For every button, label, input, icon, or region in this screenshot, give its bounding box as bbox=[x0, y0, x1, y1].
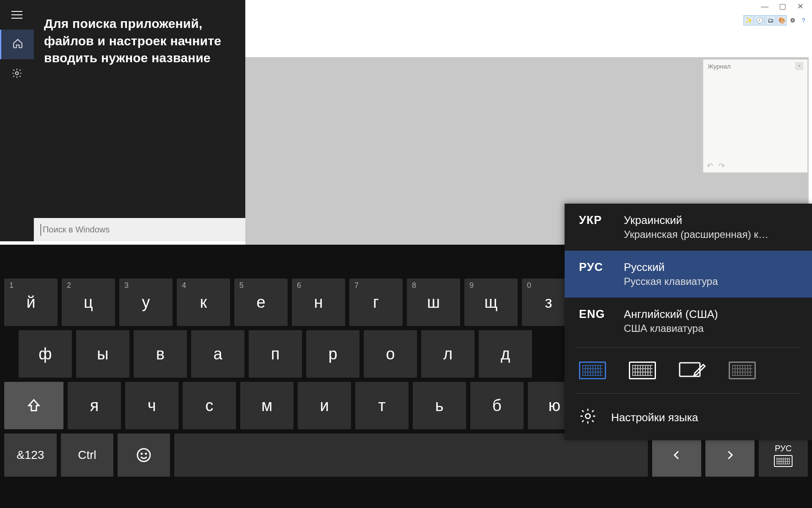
language-abbr: УКР bbox=[579, 214, 609, 227]
key-ч[interactable]: ч bbox=[125, 382, 178, 429]
key-р[interactable]: р bbox=[306, 330, 359, 378]
tool-settings-icon[interactable]: ⚙ bbox=[787, 15, 798, 25]
language-abbr: РУС bbox=[579, 261, 609, 274]
keyboard-layout-default-icon[interactable] bbox=[579, 362, 606, 379]
key-ш[interactable]: 8ш bbox=[407, 279, 460, 326]
key-в[interactable]: в bbox=[134, 330, 187, 378]
key-п[interactable]: п bbox=[249, 330, 302, 378]
maximize-button[interactable]: ▢ bbox=[778, 2, 787, 11]
svg-point-4 bbox=[141, 453, 142, 454]
gear-icon bbox=[579, 407, 597, 428]
key-м[interactable]: м bbox=[240, 382, 294, 429]
window-titlebar: — ▢ ✕ bbox=[760, 0, 812, 13]
keyboard-layout-docked-icon[interactable] bbox=[729, 362, 756, 379]
key-ы[interactable]: ы bbox=[76, 330, 129, 378]
language-picker-popup: УКРУкраинскийУкраинская (расширенная) к…… bbox=[565, 204, 812, 440]
key-т[interactable]: т bbox=[355, 382, 409, 429]
start-sidebar bbox=[0, 0, 34, 241]
key-б[interactable]: б bbox=[470, 382, 524, 429]
language-settings-item[interactable]: Настройки языка bbox=[565, 396, 812, 440]
emoji-key[interactable] bbox=[118, 433, 170, 477]
search-hint-text: Для поиска приложений, файлов и настроек… bbox=[34, 0, 245, 67]
key-н[interactable]: 6н bbox=[292, 279, 345, 326]
key-ь[interactable]: ь bbox=[413, 382, 466, 429]
settings-button[interactable] bbox=[0, 59, 34, 89]
svg-point-0 bbox=[16, 72, 19, 75]
language-switch-label: РУС bbox=[775, 444, 792, 453]
tool-layers-icon[interactable]: 🗂 bbox=[765, 15, 776, 25]
svg-point-2 bbox=[585, 414, 590, 418]
close-button[interactable]: ✕ bbox=[796, 2, 804, 11]
tool-colorwheel-icon[interactable]: 🎨 bbox=[776, 15, 787, 25]
home-icon bbox=[12, 38, 23, 51]
keyboard-layout-options bbox=[565, 350, 812, 391]
start-search-panel: Для поиска приложений, файлов и настроек… bbox=[0, 0, 245, 241]
history-panel-close-icon[interactable]: × bbox=[796, 62, 803, 70]
tool-magic-wand-icon[interactable]: ✨ bbox=[743, 15, 754, 25]
keyboard-layout-split-icon[interactable] bbox=[629, 362, 656, 379]
key-я[interactable]: я bbox=[68, 382, 121, 429]
key-ф[interactable]: ф bbox=[19, 330, 72, 378]
text-caret bbox=[41, 224, 41, 236]
gear-icon bbox=[11, 68, 22, 80]
key-щ[interactable]: 9щ bbox=[464, 279, 518, 326]
language-option-рус[interactable]: РУСРусскийРусская клавиатура bbox=[565, 251, 812, 298]
language-name: Английский (США) bbox=[624, 308, 718, 321]
ctrl-key[interactable]: Ctrl bbox=[61, 433, 113, 477]
search-box[interactable] bbox=[34, 218, 245, 241]
svg-point-3 bbox=[137, 449, 150, 461]
language-layout: США клавиатура bbox=[624, 323, 718, 334]
language-settings-label: Настройки языка bbox=[611, 411, 698, 424]
keyboard-icon bbox=[774, 455, 793, 467]
key-о[interactable]: о bbox=[364, 330, 417, 378]
shift-key[interactable] bbox=[4, 382, 63, 429]
app-toolbar: ✨ 🕘 🗂 🎨 ⚙ ? bbox=[743, 15, 809, 25]
keyboard-layout-handwriting-icon[interactable] bbox=[679, 360, 706, 381]
key-л[interactable]: л bbox=[421, 330, 475, 378]
language-layout: Украинская (расширенная) к… bbox=[624, 229, 768, 240]
separator bbox=[576, 347, 801, 348]
language-option-укр[interactable]: УКРУкраинскийУкраинская (расширенная) к… bbox=[565, 204, 812, 251]
language-layout: Русская клавиатура bbox=[624, 276, 718, 287]
language-name: Украинский bbox=[624, 214, 768, 227]
key-с[interactable]: с bbox=[183, 382, 236, 429]
history-panel-title: Журнал bbox=[708, 63, 731, 70]
key-г[interactable]: 7г bbox=[349, 279, 403, 326]
key-ц[interactable]: 2ц bbox=[62, 279, 115, 326]
key-у[interactable]: 3у bbox=[119, 279, 173, 326]
svg-point-5 bbox=[145, 453, 146, 454]
tool-clock-icon[interactable]: 🕘 bbox=[754, 15, 765, 25]
key-и[interactable]: и bbox=[298, 382, 351, 429]
separator bbox=[576, 393, 801, 394]
key-й[interactable]: 1й bbox=[4, 279, 58, 326]
search-input[interactable] bbox=[43, 225, 239, 235]
key-е[interactable]: 5е bbox=[234, 279, 288, 326]
language-abbr: ENG bbox=[579, 308, 609, 321]
history-panel: Журнал × ↶ ↷ bbox=[703, 59, 808, 173]
symbols-key[interactable]: &123 bbox=[4, 433, 57, 477]
language-option-eng[interactable]: ENGАнглийский (США)США клавиатура bbox=[565, 298, 812, 345]
hamburger-icon bbox=[11, 11, 22, 19]
key-к[interactable]: 4к bbox=[177, 279, 230, 326]
minimize-button[interactable]: — bbox=[760, 2, 769, 11]
key-а[interactable]: а bbox=[191, 330, 244, 378]
home-button[interactable] bbox=[0, 30, 34, 59]
tool-help-icon[interactable]: ? bbox=[798, 15, 809, 25]
history-undo-redo[interactable]: ↶ ↷ bbox=[707, 161, 727, 171]
key-д[interactable]: д bbox=[479, 330, 532, 378]
language-name: Русский bbox=[624, 261, 718, 274]
hamburger-button[interactable] bbox=[0, 0, 34, 30]
